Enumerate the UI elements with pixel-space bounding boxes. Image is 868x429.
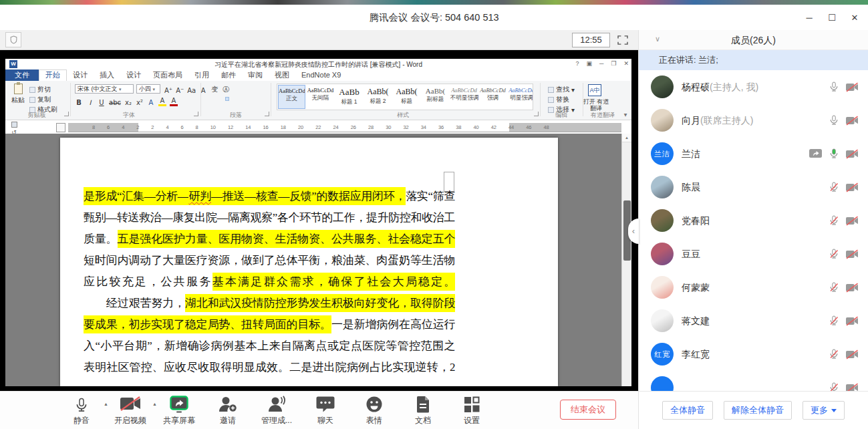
camera-off-button[interactable]: 开启视频▲	[114, 396, 146, 426]
decrease-indent-icon[interactable]	[225, 85, 228, 88]
mic-speaking-icon[interactable]	[829, 148, 839, 159]
camera-off-icon[interactable]	[845, 349, 859, 360]
mic-muted-icon[interactable]	[829, 315, 839, 326]
highlight-color-icon[interactable]: A	[158, 97, 166, 106]
mic-idle-icon[interactable]	[829, 82, 839, 92]
end-meeting-button[interactable]: 结束会议	[560, 400, 616, 420]
member-row[interactable]: 陈晨	[639, 170, 868, 204]
styles-dialog-launcher-icon[interactable]	[534, 112, 539, 116]
close-icon[interactable]: ✕	[848, 11, 861, 25]
underline-icon[interactable]: U	[98, 99, 106, 106]
scroll-up-icon[interactable]: ▲	[622, 134, 631, 142]
numbering-icon[interactable]	[213, 85, 216, 88]
superscript-icon[interactable]: x²	[136, 99, 144, 106]
maximize-icon[interactable]: ☐	[825, 11, 839, 25]
word-minimize-icon[interactable]: ─	[599, 60, 603, 67]
subscript-icon[interactable]: x₂	[124, 99, 132, 106]
word-help-icon[interactable]: ?	[575, 60, 579, 67]
multilevel-list-icon[interactable]	[219, 85, 222, 88]
word-tab-3[interactable]: 插入	[94, 69, 120, 81]
word-tab-file[interactable]: 文件	[5, 69, 39, 81]
manage-members-button[interactable]: 管理成...	[261, 396, 293, 426]
paste-button[interactable]: 粘贴	[9, 84, 27, 105]
word-close-icon[interactable]: ✕	[623, 60, 629, 67]
camera-off-icon[interactable]	[845, 249, 859, 259]
style-item[interactable]: AaBbCcDd正文	[278, 85, 305, 109]
bullets-icon[interactable]	[207, 85, 210, 88]
member-row[interactable]: 豆豆	[639, 237, 868, 271]
word-tab-6[interactable]: 引用	[188, 69, 215, 81]
member-row[interactable]: 红宽李红宽	[639, 337, 868, 371]
strikethrough-icon[interactable]: abc	[109, 99, 121, 106]
share-screen-button[interactable]: 共享屏幕	[163, 396, 195, 426]
style-item[interactable]: AaBb(副标题	[422, 85, 449, 109]
tab-selector-icon[interactable]	[56, 123, 65, 132]
word-scrollbar[interactable]: ▲	[621, 134, 631, 386]
emoji-button[interactable]: 表情	[358, 396, 390, 426]
style-item[interactable]: AaBbCcDd不明显强调	[450, 85, 478, 109]
camera-off-icon[interactable]	[845, 316, 859, 326]
style-item[interactable]: AaBbCcDd明显强调	[508, 85, 533, 109]
word-tab-8[interactable]: 审阅	[242, 69, 269, 81]
mute-all-button[interactable]: 全体静音	[662, 401, 713, 420]
mic-muted-icon[interactable]	[829, 215, 839, 226]
align-center-icon[interactable]	[213, 98, 216, 100]
chat-button[interactable]: 聊天	[309, 396, 341, 426]
font-color-icon[interactable]: A	[170, 97, 178, 106]
mic-muted-icon[interactable]	[829, 382, 839, 391]
camera-off-icon[interactable]	[845, 182, 859, 192]
style-item[interactable]: AaBb(标题 2	[364, 85, 392, 109]
word-ribbon-display-icon[interactable]: ▣	[586, 60, 592, 67]
word-tab-1[interactable]: 开始	[39, 69, 67, 81]
member-row[interactable]: 向月(联席主持人)	[639, 104, 868, 137]
member-list[interactable]: 杨程硕(主持人, 我)向月(联席主持人)兰洁兰洁陈晨党春阳豆豆何蒙蒙蒋文建红宽李…	[639, 70, 868, 391]
word-tab-10[interactable]: EndNote X9	[295, 69, 347, 81]
camera-off-icon[interactable]	[845, 383, 859, 392]
line-spacing-icon[interactable]	[239, 98, 241, 100]
bold-icon[interactable]: B	[75, 99, 83, 106]
word-tab-5[interactable]: 页面布局	[147, 69, 188, 81]
options-caret-icon[interactable]: ▲	[104, 402, 108, 406]
word-tab-4[interactable]: 设计	[120, 69, 147, 81]
youdao-translate-icon[interactable]: A中	[588, 84, 601, 96]
save-icon[interactable]	[11, 122, 17, 128]
sort-icon[interactable]	[237, 85, 240, 88]
mic-muted-icon[interactable]	[829, 282, 839, 293]
microphone-button[interactable]: 静音▲	[65, 396, 98, 426]
document-text[interactable]: 是形成“汇集—分析—研判—推送—核查—反馈”的数据应用闭环，落实“筛查甄别—转送…	[84, 186, 455, 378]
settings-button[interactable]: 设置	[456, 396, 488, 426]
shrink-font-icon[interactable]: A⁻	[176, 87, 184, 94]
mic-idle-icon[interactable]	[829, 115, 839, 126]
camera-off-icon[interactable]	[845, 283, 859, 293]
member-row[interactable]: 何蒙蒙	[639, 271, 868, 304]
style-item[interactable]: AaBb标题 1	[335, 85, 363, 109]
horizontal-ruler[interactable]: 8642246810121416182022242628303234363840…	[68, 123, 621, 132]
word-restore-icon[interactable]: ❐	[611, 60, 616, 67]
increase-indent-icon[interactable]	[231, 85, 234, 88]
word-tab-2[interactable]: 设计	[67, 69, 94, 81]
align-left-icon[interactable]	[207, 98, 210, 100]
cut-button[interactable]: 剪切	[29, 85, 51, 94]
style-item[interactable]: AaBbCcDd无间隔	[307, 85, 334, 109]
security-shield-icon[interactable]	[5, 32, 21, 47]
mic-muted-icon[interactable]	[829, 249, 839, 259]
invite-button[interactable]: 邀请	[212, 396, 244, 426]
document-button[interactable]: 文档	[407, 396, 439, 426]
font-dialog-launcher-icon[interactable]	[194, 112, 198, 116]
camera-off-icon[interactable]	[845, 82, 859, 92]
mic-muted-icon[interactable]	[829, 182, 839, 192]
word-tab-7[interactable]: 邮件	[215, 69, 242, 81]
align-right-icon[interactable]	[219, 98, 222, 100]
options-caret-icon[interactable]: ▲	[152, 402, 157, 406]
clipboard-dialog-launcher-icon[interactable]	[64, 112, 69, 116]
minimize-icon[interactable]: ─	[803, 11, 816, 25]
camera-off-icon[interactable]	[845, 149, 859, 159]
camera-off-icon[interactable]	[845, 216, 859, 226]
fullscreen-icon[interactable]	[614, 33, 631, 47]
copy-button[interactable]: 复制	[29, 95, 51, 104]
collapse-ribbon-icon[interactable]: ▲	[623, 112, 628, 118]
youdao-open-button[interactable]: 打开 有道翻译	[581, 98, 611, 112]
style-item[interactable]: AaBb(标题	[393, 85, 420, 109]
paragraph-dialog-launcher-icon[interactable]	[265, 112, 269, 116]
font-size-select[interactable]: 小四 ▾	[136, 84, 160, 94]
